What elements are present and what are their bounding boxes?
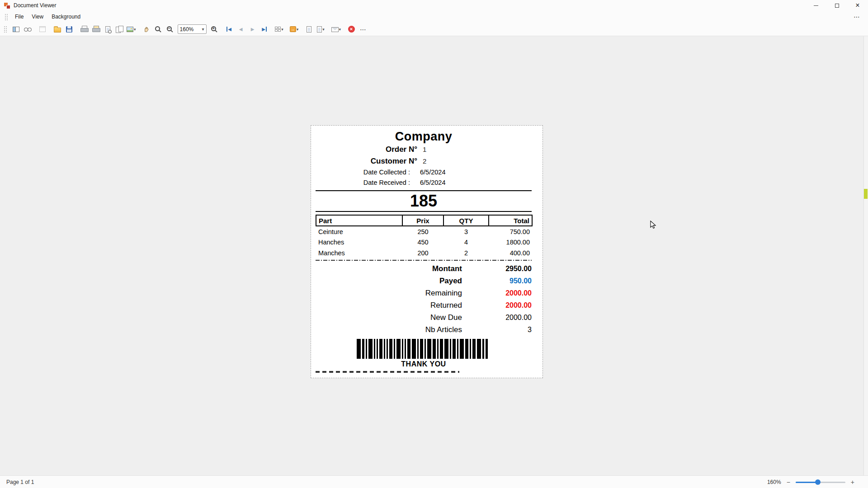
title-bar: Document Viewer	[0, 0, 868, 11]
page-layout-button[interactable]	[114, 23, 125, 35]
ticket-number: 185	[316, 192, 532, 210]
summary-row: Remaining 2000.00	[316, 287, 532, 299]
chevron-down-icon[interactable]	[281, 27, 283, 32]
order-value: 1	[423, 144, 426, 155]
slider-thumb[interactable]	[815, 479, 821, 485]
zoom-slider[interactable]	[796, 478, 845, 486]
zoom-out-button[interactable]	[165, 23, 175, 35]
maximize-button[interactable]	[826, 0, 847, 11]
items-table: Part Prix QTY Total Ceinture 250 3 750.0…	[316, 215, 533, 258]
customer-label: Customer N°	[316, 155, 417, 167]
summary-value: 2000.00	[462, 314, 532, 322]
export-document-button[interactable]	[316, 23, 326, 35]
close-document-button[interactable]	[346, 23, 357, 35]
zoom-select[interactable]: 160%	[178, 24, 207, 34]
mouse-cursor	[650, 221, 656, 230]
last-page-button[interactable]	[259, 23, 270, 35]
menu-view[interactable]: View	[28, 12, 47, 22]
minimize-button[interactable]	[806, 0, 826, 11]
summary-value: 2000.00	[462, 289, 532, 297]
printer-icon	[80, 26, 88, 33]
previous-page-button[interactable]	[236, 23, 246, 35]
summary-label: New Due	[316, 313, 462, 322]
document-icon	[317, 26, 322, 33]
toolbar-overflow-button[interactable]	[358, 23, 368, 35]
open-folder-icon	[54, 28, 61, 33]
toolbar-drag-grip-icon[interactable]	[4, 26, 7, 33]
find-button[interactable]	[22, 23, 33, 35]
menu-drag-grip-icon[interactable]	[5, 14, 8, 20]
chevron-down-icon[interactable]	[297, 27, 299, 32]
header-total: Total	[489, 215, 532, 226]
scroll-marker	[864, 189, 868, 199]
summary-value: 2950.00	[462, 265, 532, 273]
hand-icon	[143, 26, 150, 33]
send-email-button[interactable]	[330, 23, 342, 35]
page-setup-button[interactable]	[37, 23, 48, 35]
statusbar-zoom-value: 160%	[767, 479, 781, 485]
close-button[interactable]	[847, 0, 868, 11]
zoom-out-icon	[167, 26, 172, 31]
vertical-scrollbar[interactable]	[863, 36, 868, 475]
header-qty: QTY	[443, 215, 489, 226]
window-title: Document Viewer	[14, 2, 57, 9]
cell-part: Hanches	[316, 237, 402, 248]
menu-overflow-icon[interactable]	[849, 13, 864, 20]
table-row: Ceinture 250 3 750.00	[316, 226, 532, 237]
summary-value: 3	[462, 326, 532, 334]
divider	[316, 211, 532, 212]
export-image-button[interactable]	[126, 23, 137, 35]
toggle-sidebar-button[interactable]	[10, 23, 21, 35]
stop-icon	[348, 26, 355, 33]
page-indicator: Page 1 of 1	[6, 479, 34, 485]
cell-part: Ceinture	[316, 226, 402, 237]
hand-tool-button[interactable]	[141, 23, 152, 35]
zoom-out-button[interactable]	[787, 479, 790, 486]
export-button[interactable]	[289, 23, 300, 35]
header-prix: Prix	[402, 215, 443, 226]
zoom-in-icon	[211, 26, 216, 31]
next-page-button[interactable]	[247, 23, 258, 35]
menu-file[interactable]: File	[11, 12, 27, 22]
date-received-label: Date Received :	[316, 178, 410, 188]
chevron-down-icon[interactable]	[322, 27, 325, 32]
summary-label: Nb Articles	[316, 325, 462, 334]
first-page-button[interactable]	[224, 23, 235, 35]
summary-value: 2000.00	[462, 301, 532, 310]
customer-row: Customer N° 2	[316, 155, 532, 167]
print-preview-button[interactable]	[102, 23, 113, 35]
summary-row: Returned 2000.00	[316, 299, 532, 311]
chevron-down-icon[interactable]	[339, 27, 341, 32]
summary-label: Remaining	[316, 289, 462, 298]
document-background-button[interactable]	[304, 23, 315, 35]
open-button[interactable]	[52, 23, 63, 35]
zoom-mode-button[interactable]	[153, 23, 164, 35]
status-bar: Page 1 of 1 160%	[0, 475, 868, 488]
header-part: Part	[316, 215, 402, 226]
order-label: Order N°	[316, 144, 417, 155]
menu-bar: File View Background	[0, 11, 868, 23]
zoom-in-button[interactable]	[209, 23, 220, 35]
summary-row: Nb Articles 3	[316, 324, 532, 336]
cell-qty: 2	[443, 248, 489, 258]
order-row: Order N° 1	[316, 144, 532, 155]
page-setup-icon	[39, 26, 46, 32]
save-button[interactable]	[64, 23, 75, 35]
chevron-down-icon[interactable]	[202, 27, 204, 32]
menu-background[interactable]: Background	[48, 12, 84, 22]
cell-qty: 4	[443, 237, 489, 248]
zoom-in-button[interactable]	[851, 479, 854, 486]
date-received-row: Date Received : 6/5/2024	[316, 178, 532, 188]
save-icon	[66, 26, 72, 33]
document-page: Company Order N° 1 Customer N° 2 Date Co…	[311, 126, 542, 378]
last-page-icon	[262, 27, 267, 32]
date-collected-value: 6/5/2024	[420, 167, 445, 178]
quick-print-button[interactable]	[90, 23, 101, 35]
print-button[interactable]	[79, 23, 90, 35]
slider-fill	[796, 482, 818, 483]
chevron-down-icon[interactable]	[134, 27, 136, 32]
binoculars-icon	[24, 27, 32, 32]
multi-page-view-button[interactable]	[274, 23, 285, 35]
magnifier-icon	[155, 26, 160, 31]
summary-row: Payed 950.00	[316, 275, 532, 287]
